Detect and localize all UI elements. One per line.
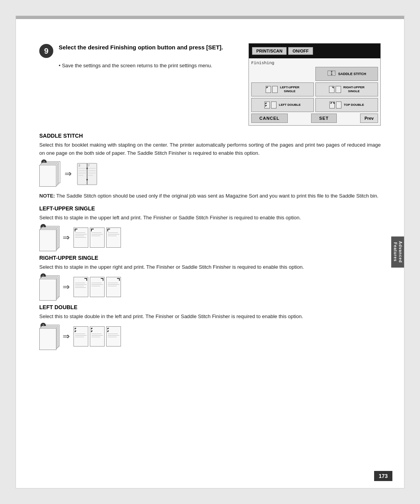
arrow-ld: ⇒ [63,331,70,341]
saddle-stitch-diagram: 2 ⇒ 2 7 [39,161,381,187]
arrow-ru: ⇒ [63,282,70,292]
set-button[interactable]: SET [311,114,337,123]
svg-text:2: 2 [79,164,80,167]
side-tab: Advanced Features [391,236,404,268]
svg-point-8 [331,71,332,72]
page-icon-ld-3 [106,326,121,346]
right-upper-single-title: RIGHT-UPPER SINGLE [39,255,381,261]
left-double-diagram: 3 ⇒ [39,325,381,348]
left-upper-single-title: LEFT-UPPER SINGLE [39,205,381,212]
page-icon-ru-2 [90,277,105,297]
note-text: NOTE: The Saddle Stitch option should be… [39,192,381,200]
svg-point-21 [86,168,88,169]
saddle-stitch-section: SADDLE STITCH Select this for booklet ma… [39,133,381,187]
left-upper-single-diagram: 3 ⇒ [39,226,381,249]
ui-bottom-row: CANCEL SET Prev [251,114,378,123]
step-header: 9 Select the desired Finishing option bu… [39,43,237,58]
svg-text:7: 7 [88,164,90,167]
left-upper-single-text: Select this to staple in the upper left … [39,214,381,222]
svg-rect-5 [332,72,335,72]
single-pages-ru [74,277,121,297]
cancel-button[interactable]: CANCEL [251,114,288,123]
page-icon-ld-2 [90,326,105,346]
svg-point-9 [331,74,332,75]
step-title: Select the desired Finishing option butt… [59,43,223,51]
svg-rect-3 [329,74,331,74]
left-upper-single-option[interactable]: LEFT-UPPERSINGLE [251,82,314,96]
on-off-button[interactable]: ON/OFF [288,47,313,55]
stack-pages-lu: 3 [39,226,59,249]
page-icon-lu-2 [90,228,105,248]
ui-panel-body: Finishing [249,58,380,125]
saddle-stitch-title: SADDLE STITCH [39,133,381,139]
left-double-title: LEFT DOUBLE [39,304,381,310]
left-upper-single-section: LEFT-UPPER SINGLE Select this to staple … [39,205,381,249]
stack-pages-ru: 1 [39,275,59,299]
step-bullet: • Save the settings and the screen retur… [59,62,237,70]
stack-pages-ld: 3 [39,325,59,348]
svg-rect-2 [329,73,332,73]
left-double-option[interactable]: LEFT DOUBLE [251,98,314,112]
right-upper-single-section: RIGHT-UPPER SINGLE Select this to staple… [39,255,381,299]
svg-point-22 [86,179,88,180]
arrow-icon: ⇒ [65,169,72,179]
prev-button[interactable]: Prev [360,114,378,123]
arrow-lu: ⇒ [63,233,70,243]
page-icon-lu-1 [74,228,88,248]
ui-panel-top-bar: PRINT/SCAN ON/OFF [249,44,380,58]
stack-pages-icon: 2 [39,161,61,187]
saddle-stitch-text: Select this for booklet making with stap… [39,141,381,158]
top-double-option[interactable]: TOP DOUBLE [315,98,378,112]
ui-panel: PRINT/SCAN ON/OFF Finishing [248,43,381,126]
svg-rect-7 [332,74,334,74]
left-double-section: LEFT DOUBLE Select this to staple double… [39,304,381,348]
saddle-stitch-option[interactable]: SADDLE STITCH [315,67,378,81]
single-pages-lu [74,228,121,248]
single-pages-ld [74,326,121,346]
page-icon-lu-3 [106,228,121,248]
right-upper-single-option[interactable]: RIGHT-UPPERSINGLE [315,82,378,96]
page-icon-ru-3 [106,277,121,297]
finishing-label: Finishing [251,61,378,65]
page-icon-ld-1 [74,326,88,346]
right-upper-single-text: Select this to staple in the upper right… [39,263,381,271]
page-number: 173 [374,471,392,481]
step-number: 9 [39,44,53,58]
svg-rect-6 [332,73,335,73]
left-double-text: Select this to staple double in the left… [39,313,381,321]
page-icon-ru-1 [74,277,88,297]
booklet-icon: 2 7 [75,161,99,187]
print-scan-button[interactable]: PRINT/SCAN [252,47,287,55]
right-upper-single-diagram: 1 ⇒ [39,275,381,299]
